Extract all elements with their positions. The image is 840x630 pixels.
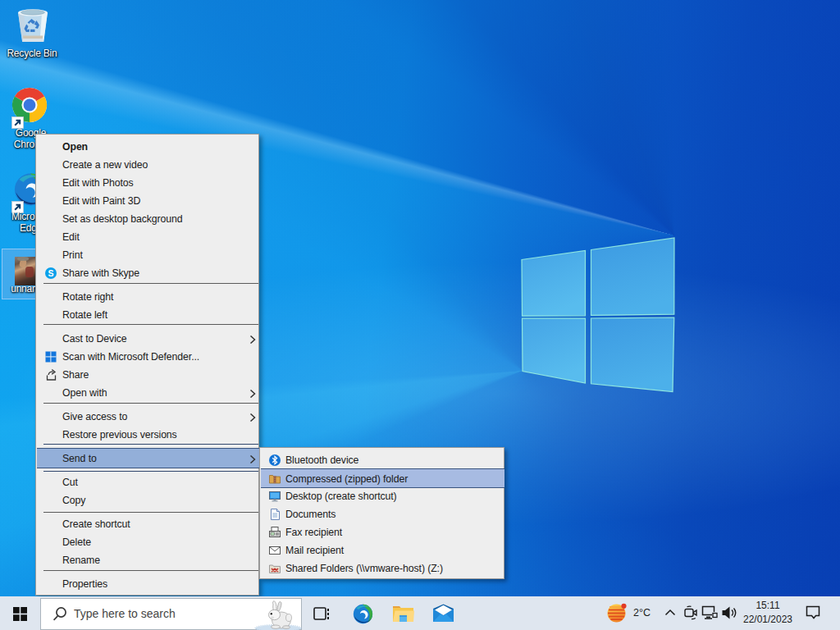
svg-text:S: S	[48, 268, 54, 278]
